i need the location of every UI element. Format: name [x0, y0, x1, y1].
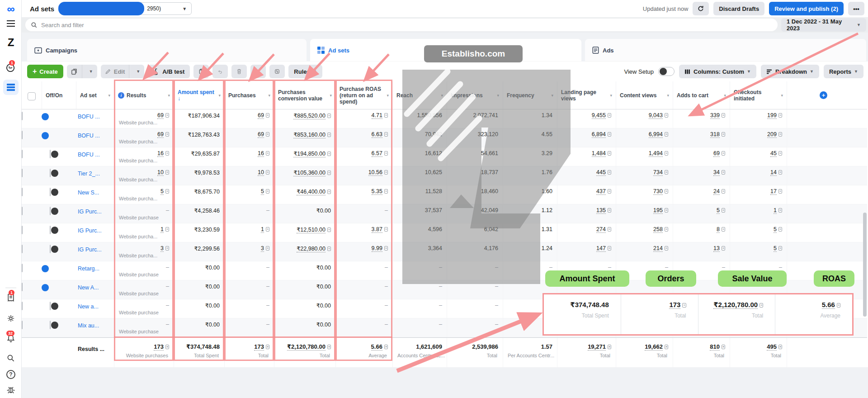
column-header-lpv[interactable]: Landing page views▾ [557, 81, 616, 109]
row-checkbox[interactable] [22, 150, 23, 158]
adset-name-link[interactable]: Retarg... [76, 265, 99, 272]
adset-name-link[interactable]: Mix au... [76, 322, 99, 329]
bug-report-icon[interactable] [0, 385, 22, 394]
create-button[interactable]: + Create [27, 65, 63, 78]
edit-split-button[interactable]: Edit ▼ [101, 65, 144, 78]
adset-name-link[interactable]: BOFU ... [76, 114, 100, 120]
adset-toggle[interactable] [50, 245, 51, 253]
cell-atc: 69× [673, 147, 730, 166]
adset-name-link[interactable]: New A... [76, 284, 99, 291]
row-checkbox[interactable] [22, 188, 23, 196]
export-pixel-button[interactable] [269, 65, 285, 78]
help-icon[interactable]: ? [0, 370, 22, 379]
edit-icon[interactable]: Edit [101, 65, 129, 78]
adset-name-link[interactable]: BOFU ... [76, 133, 100, 139]
more-options-button[interactable]: ••• [848, 2, 864, 15]
breakdown-button[interactable]: Breakdown ▼ [761, 65, 819, 78]
row-checkbox[interactable] [22, 207, 23, 215]
redacted-account-name [58, 2, 144, 15]
cell-cv: 195× [616, 204, 673, 223]
page-icon [592, 47, 599, 54]
search-input[interactable] [41, 22, 713, 28]
adset-toggle[interactable] [50, 302, 51, 310]
adset-name-link[interactable]: BOFU ... [76, 152, 100, 158]
view-setup-toggle[interactable] [658, 67, 675, 76]
review-publish-button[interactable]: Review and publish (2) [769, 2, 844, 15]
adset-toggle[interactable] [50, 169, 51, 177]
row-checkbox[interactable] [22, 283, 23, 291]
view-setup-label: View Setup [624, 68, 654, 75]
cell-impressions: – [447, 318, 503, 337]
tab-campaigns[interactable]: Campaigns [27, 39, 307, 62]
sort-caret-icon: ▾ [722, 92, 726, 99]
cell-frequency: 4.55 [503, 128, 557, 147]
adset-toggle[interactable] [50, 150, 51, 158]
header-checkbox[interactable] [22, 81, 42, 109]
columns-button[interactable]: Columns: Custom ▼ [679, 65, 756, 78]
column-header-ci[interactable]: Checkouts initiated▾ [730, 81, 787, 109]
cell-adset-name: IG Purc... [76, 204, 114, 223]
date-range-button[interactable]: 1 Dec 2022 - 31 May 2023 ▼ [781, 18, 866, 32]
reports-button[interactable]: Reports ▼ [824, 65, 863, 78]
chevron-down-icon[interactable]: ▼ [85, 65, 97, 78]
adset-name-link[interactable]: IG Purc... [76, 227, 102, 234]
notifications-bell-icon[interactable]: 32 [0, 334, 22, 343]
account-selector[interactable]: 2950) ▼ [61, 2, 192, 15]
column-header-frequency[interactable]: Frequency▾ [503, 81, 557, 109]
footer-cell-frequency: 1.57Per Accounts Centr... [503, 338, 557, 367]
duplicate-split-button[interactable]: ▼ [67, 65, 97, 78]
clipboard-button[interactable] [193, 65, 209, 78]
tab-ads[interactable]: Ads [585, 39, 866, 62]
billing-icon[interactable]: 1 [0, 293, 22, 302]
cell-impressions: 18,737 [447, 166, 503, 185]
row-checkbox[interactable] [22, 169, 23, 177]
cell-onoff [42, 242, 76, 261]
assign-people-button[interactable] [250, 65, 266, 78]
delete-button[interactable] [231, 65, 247, 78]
menu-icon[interactable] [0, 20, 22, 27]
row-checkbox[interactable] [22, 245, 23, 253]
notifications-badge: 32 [6, 331, 14, 336]
row-checkbox[interactable] [22, 264, 23, 272]
adset-toggle[interactable] [50, 226, 51, 234]
column-header-cv[interactable]: Content views▾ [616, 81, 673, 109]
adset-name-link[interactable]: Tier 2_... [76, 171, 100, 177]
column-header-atc[interactable]: Adds to cart▾ [673, 81, 730, 109]
search-sidebar-icon[interactable] [0, 354, 22, 363]
select-all-checkbox[interactable] [28, 92, 36, 100]
cell-checkbox [22, 261, 42, 280]
sort-caret-icon: ▾ [779, 92, 783, 99]
duplicate-icon[interactable] [67, 65, 82, 78]
column-header-name[interactable]: Ad set▾ [76, 81, 114, 109]
adset-name-link[interactable]: New a... [76, 303, 99, 310]
meta-logo-icon[interactable]: ∞ [0, 5, 22, 14]
column-header-onoff[interactable]: Off/On [42, 81, 76, 109]
search-bar[interactable] [25, 19, 778, 31]
adsets-table-icon[interactable] [0, 80, 22, 95]
settings-gear-icon[interactable] [0, 314, 22, 323]
adset-name-link[interactable]: IG Purc... [76, 246, 102, 253]
refresh-button[interactable] [693, 2, 709, 15]
column-header-impressions[interactable]: Impressions▾ [447, 81, 503, 109]
add-column-icon[interactable]: + [820, 91, 827, 99]
discard-drafts-button[interactable]: Discard Drafts [713, 2, 764, 15]
row-checkbox[interactable] [22, 112, 23, 120]
billing-badge: 1 [9, 290, 14, 295]
rules-button[interactable]: Rules ▼ [288, 65, 322, 78]
ab-test-button[interactable]: A/B test [148, 65, 190, 78]
row-checkbox[interactable] [22, 226, 23, 234]
adset-toggle[interactable] [50, 207, 51, 215]
cell-lpv: 274× [557, 223, 616, 242]
ads-manager-icon[interactable]: 1 [0, 63, 22, 72]
undo-button[interactable] [212, 65, 228, 78]
adset-name-link[interactable]: New S... [76, 190, 99, 196]
row-checkbox[interactable] [22, 302, 23, 310]
adset-toggle[interactable] [50, 188, 51, 196]
row-checkbox[interactable] [22, 321, 23, 329]
adset-name-link[interactable]: IG Purc... [76, 208, 102, 215]
column-header-reach[interactable]: Reach▾ [392, 81, 447, 109]
vertical-scrollbar[interactable] [863, 213, 867, 317]
row-checkbox[interactable] [22, 131, 23, 139]
adset-toggle[interactable] [50, 321, 51, 329]
chevron-down-icon[interactable]: ▼ [132, 65, 144, 78]
